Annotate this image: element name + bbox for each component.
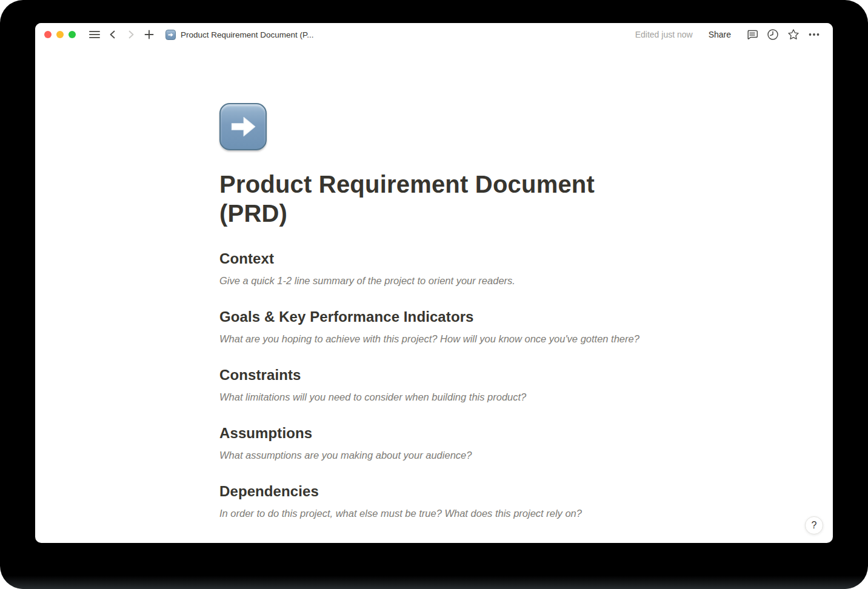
new-tab-button[interactable] xyxy=(144,29,155,40)
minimize-window-button[interactable] xyxy=(56,31,64,38)
desktop-background: Product Requirement Document (P... Edite… xyxy=(0,0,868,589)
chevron-left-icon xyxy=(107,29,118,40)
section-heading[interactable]: Assumptions xyxy=(219,424,649,442)
sidebar-toggle-button[interactable] xyxy=(89,30,100,39)
titlebar: Product Requirement Document (P... Edite… xyxy=(35,23,833,46)
more-options-button[interactable] xyxy=(807,28,821,41)
section-hint[interactable]: What limitations will you need to consid… xyxy=(219,390,649,404)
plus-icon xyxy=(144,29,155,40)
page-title[interactable]: Product Requirement Document (PRD) xyxy=(219,170,649,228)
tab-title[interactable]: Product Requirement Document (P... xyxy=(181,30,314,39)
help-button[interactable]: ? xyxy=(805,516,823,534)
section-heading[interactable]: Context xyxy=(219,250,649,268)
favorite-button[interactable] xyxy=(787,28,800,41)
more-icon xyxy=(807,28,821,41)
page-content: Product Requirement Document (PRD) Conte… xyxy=(35,46,833,543)
chevron-right-icon xyxy=(125,29,136,40)
share-button[interactable]: Share xyxy=(706,28,733,41)
notion-window: Product Requirement Document (P... Edite… xyxy=(35,23,833,543)
section-constraints: Constraints What limitations will you ne… xyxy=(219,366,649,404)
section-hint[interactable]: In order to do this project, what else m… xyxy=(219,507,649,520)
edited-status: Edited just now xyxy=(635,30,693,39)
star-icon xyxy=(787,28,800,41)
section-heading[interactable]: Goals & Key Performance Indicators xyxy=(219,308,649,326)
tab-page-arrow-emoji-icon xyxy=(165,30,176,40)
section-context: Context Give a quick 1-2 line summary of… xyxy=(219,250,649,287)
section-dependencies: Dependencies In order to do this project… xyxy=(219,482,649,520)
section-list: Context Give a quick 1-2 line summary of… xyxy=(219,250,649,520)
page-history-button[interactable] xyxy=(766,28,780,41)
section-assumptions: Assumptions What assumptions are you mak… xyxy=(219,424,649,462)
hamburger-icon xyxy=(89,30,100,39)
back-button[interactable] xyxy=(107,29,118,40)
section-hint[interactable]: What assumptions are you making about yo… xyxy=(219,448,649,462)
section-heading[interactable]: Dependencies xyxy=(219,482,649,501)
comments-button[interactable] xyxy=(746,28,759,41)
page-arrow-emoji-icon[interactable] xyxy=(219,103,267,150)
traffic-lights xyxy=(44,31,76,38)
clock-icon xyxy=(766,28,780,41)
forward-button[interactable] xyxy=(125,29,136,40)
close-window-button[interactable] xyxy=(44,31,52,38)
zoom-window-button[interactable] xyxy=(68,31,76,38)
section-hint[interactable]: Give a quick 1-2 line summary of the pro… xyxy=(219,274,649,287)
section-hint[interactable]: What are you hoping to achieve with this… xyxy=(219,332,649,345)
section-goals: Goals & Key Performance Indicators What … xyxy=(219,308,649,345)
section-heading[interactable]: Constraints xyxy=(219,366,649,384)
comment-icon xyxy=(746,28,759,41)
